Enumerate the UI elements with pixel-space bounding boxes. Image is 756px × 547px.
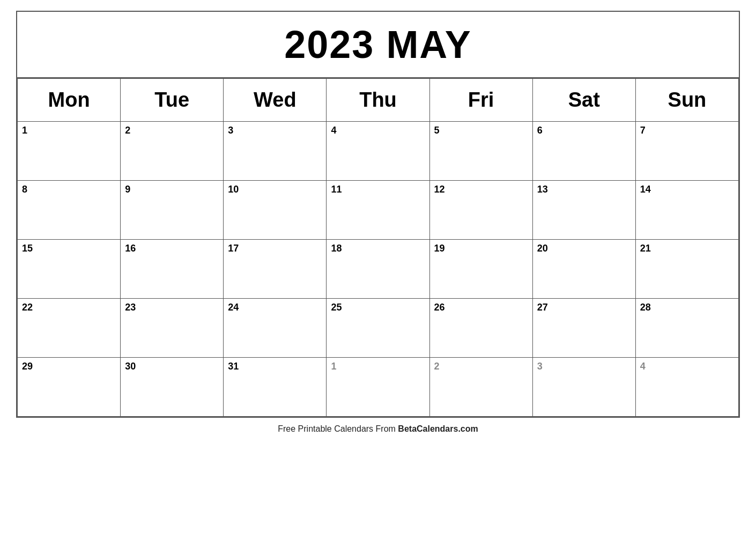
day-cell: 21: [635, 240, 738, 299]
day-number: 23: [125, 302, 136, 313]
day-cell: 4: [635, 358, 738, 417]
day-cell: 28: [635, 299, 738, 358]
day-number: 19: [434, 243, 445, 254]
day-number: 13: [537, 184, 548, 195]
day-cell: 1: [327, 358, 429, 417]
day-cell: 31: [224, 358, 327, 417]
day-number: 11: [331, 184, 342, 195]
day-number: 26: [434, 302, 445, 313]
day-cell: 24: [224, 299, 327, 358]
day-cell: 11: [327, 181, 429, 240]
day-number: 7: [640, 125, 646, 136]
week-row-4: 22232425262728: [18, 299, 739, 358]
day-cell: 6: [532, 122, 635, 181]
day-number: 8: [22, 184, 27, 195]
day-cell: 3: [224, 122, 327, 181]
day-cell: 26: [429, 299, 532, 358]
weekday-header-fri: Fri: [429, 79, 532, 122]
day-number: 3: [228, 125, 233, 136]
day-number: 4: [640, 361, 646, 372]
day-number: 2: [125, 125, 130, 136]
day-number: 9: [125, 184, 130, 195]
weekday-header-wed: Wed: [224, 79, 327, 122]
day-cell: 14: [635, 181, 738, 240]
day-cell: 30: [121, 358, 224, 417]
day-cell: 9: [121, 181, 224, 240]
calendar: 2023 MAY MonTueWedThuFriSatSun 123456789…: [16, 11, 740, 418]
day-cell: 27: [532, 299, 635, 358]
weekday-header-mon: Mon: [18, 79, 121, 122]
day-cell: 19: [429, 240, 532, 299]
day-number: 2: [434, 361, 440, 372]
day-number: 17: [228, 243, 239, 254]
day-cell: 5: [429, 122, 532, 181]
weekday-header-sat: Sat: [532, 79, 635, 122]
calendar-footer: Free Printable Calendars From BetaCalend…: [278, 424, 478, 434]
day-cell: 20: [532, 240, 635, 299]
day-number: 29: [22, 361, 33, 372]
day-cell: 13: [532, 181, 635, 240]
day-number: 27: [537, 302, 548, 313]
day-number: 1: [22, 125, 27, 136]
weekday-header-thu: Thu: [327, 79, 429, 122]
day-number: 4: [331, 125, 336, 136]
week-row-1: 1234567: [18, 122, 739, 181]
day-number: 5: [434, 125, 440, 136]
day-number: 3: [537, 361, 543, 372]
day-number: 24: [228, 302, 239, 313]
day-number: 10: [228, 184, 239, 195]
day-cell: 18: [327, 240, 429, 299]
weekday-header-sun: Sun: [635, 79, 738, 122]
day-number: 20: [537, 243, 548, 254]
calendar-grid: MonTueWedThuFriSatSun 123456789101112131…: [17, 78, 739, 417]
day-cell: 22: [18, 299, 121, 358]
week-row-3: 15161718192021: [18, 240, 739, 299]
day-number: 14: [640, 184, 651, 195]
day-cell: 7: [635, 122, 738, 181]
day-cell: 17: [224, 240, 327, 299]
day-cell: 29: [18, 358, 121, 417]
day-cell: 2: [429, 358, 532, 417]
day-number: 21: [640, 243, 651, 254]
day-cell: 1: [18, 122, 121, 181]
calendar-title: 2023 MAY: [17, 12, 739, 78]
weekday-header-tue: Tue: [121, 79, 224, 122]
day-number: 18: [331, 243, 342, 254]
footer-brand: BetaCalendars.com: [398, 424, 478, 433]
day-cell: 25: [327, 299, 429, 358]
day-number: 28: [640, 302, 651, 313]
day-number: 30: [125, 361, 136, 372]
day-number: 25: [331, 302, 342, 313]
day-number: 12: [434, 184, 445, 195]
day-cell: 23: [121, 299, 224, 358]
week-row-2: 891011121314: [18, 181, 739, 240]
day-number: 15: [22, 243, 33, 254]
day-cell: 16: [121, 240, 224, 299]
day-cell: 8: [18, 181, 121, 240]
day-number: 1: [331, 361, 336, 372]
week-row-5: 2930311234: [18, 358, 739, 417]
day-number: 6: [537, 125, 543, 136]
day-cell: 2: [121, 122, 224, 181]
day-number: 22: [22, 302, 33, 313]
day-cell: 3: [532, 358, 635, 417]
day-cell: 12: [429, 181, 532, 240]
weekday-header-row: MonTueWedThuFriSatSun: [18, 79, 739, 122]
day-cell: 15: [18, 240, 121, 299]
day-number: 16: [125, 243, 136, 254]
day-cell: 10: [224, 181, 327, 240]
day-cell: 4: [327, 122, 429, 181]
day-number: 31: [228, 361, 239, 372]
